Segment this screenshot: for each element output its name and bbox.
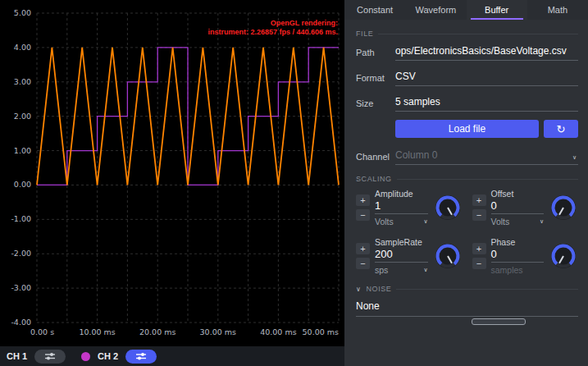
offset-increment-button[interactable]: +: [472, 194, 486, 206]
chevron-down-icon: ∨: [423, 267, 427, 273]
scope-display: 5.004.003.002.001.000.00-1.00-2.00-3.00-…: [0, 0, 344, 346]
partial-hidden-control: [472, 318, 526, 325]
path-label: Path: [356, 48, 395, 61]
svg-text:2.00: 2.00: [14, 112, 31, 121]
svg-text:20.00 ms: 20.00 ms: [139, 327, 175, 336]
file-section: FILE Path ops/ElectronicsBasics/BaseVolt…: [344, 30, 588, 165]
offset-control: + − Offset 0 Volts ∨: [472, 189, 579, 226]
svg-text:50.00 ms: 50.00 ms: [303, 327, 339, 336]
sliders-icon: [43, 351, 57, 361]
source-tabs: Constant Waveform Buffer Math: [344, 0, 588, 20]
scope-plot: 5.004.003.002.001.000.00-1.00-2.00-3.00-…: [0, 0, 344, 346]
svg-text:5.00: 5.00: [14, 8, 31, 17]
path-row: Path ops/ElectronicsBasics/BaseVoltage.c…: [356, 43, 578, 61]
chevron-down-icon: ∨: [572, 154, 578, 161]
amplitude-stepper: + −: [356, 194, 370, 221]
phase-unit: samples: [491, 265, 545, 275]
load-file-button[interactable]: Load file: [395, 120, 539, 138]
channel-label: Channel: [356, 152, 395, 165]
ch1-settings-toggle[interactable]: [34, 350, 66, 364]
svg-text:-2.00: -2.00: [11, 249, 31, 258]
samplerate-unit-select[interactable]: sps ∨: [375, 265, 428, 275]
svg-text:30.00 ms: 30.00 ms: [200, 327, 236, 336]
channel-select[interactable]: Column 0 ∨: [395, 148, 578, 165]
scaling-section-header: SCALING: [356, 175, 578, 183]
size-input[interactable]: 5 samples: [395, 94, 578, 112]
tab-waveform[interactable]: Waveform: [405, 0, 466, 20]
phase-knob[interactable]: [549, 241, 578, 271]
svg-text:-3.00: -3.00: [11, 283, 31, 292]
samplerate-value-input[interactable]: 200: [375, 248, 428, 263]
svg-text:40.00 ms: 40.00 ms: [260, 327, 296, 336]
file-buttons: Load file ↻: [395, 120, 578, 138]
samplerate-stepper: + −: [356, 243, 370, 269]
ch2-color-swatch[interactable]: [81, 352, 90, 361]
amplitude-knob[interactable]: [433, 193, 463, 222]
svg-text:-4.00: -4.00: [11, 318, 31, 327]
svg-text:0.00: 0.00: [14, 180, 31, 189]
format-row: Format CSV: [356, 69, 578, 86]
offset-decrement-button[interactable]: −: [472, 209, 486, 221]
tab-math[interactable]: Math: [527, 0, 588, 20]
render-stats-line1: OpenGL rendering:: [207, 19, 338, 28]
offset-unit-select[interactable]: Volts ∨: [491, 217, 545, 226]
sliders-icon: [134, 351, 148, 361]
amplitude-label: Amplitude: [375, 189, 428, 199]
size-label: Size: [356, 98, 395, 112]
render-stats-line2: instrument: 2.26857 fps / 440.606 ms.: [207, 28, 338, 37]
svg-text:1.00: 1.00: [14, 146, 31, 155]
amplitude-control: + − Amplitude 1 Volts ∨: [356, 189, 463, 226]
scaling-section: SCALING + − Amplitude 1 Volts ∨: [344, 175, 588, 275]
phase-label: Phase: [491, 237, 545, 247]
samplerate-decrement-button[interactable]: −: [356, 258, 370, 269]
phase-decrement-button[interactable]: −: [472, 258, 486, 269]
file-section-header: FILE: [356, 30, 578, 38]
signal-source-panel: Constant Waveform Buffer Math FILE Path …: [344, 0, 588, 366]
offset-value-input[interactable]: 0: [491, 199, 545, 214]
amplitude-value-input[interactable]: 1: [375, 199, 428, 214]
amplitude-unit-select[interactable]: Volts ∨: [375, 217, 428, 226]
channel-row: Channel Column 0 ∨: [356, 148, 578, 165]
app: 5.004.003.002.001.000.00-1.00-2.00-3.00-…: [0, 0, 588, 366]
samplerate-increment-button[interactable]: +: [356, 243, 370, 254]
scaling-grid: + − Amplitude 1 Volts ∨: [356, 189, 578, 275]
amplitude-decrement-button[interactable]: −: [356, 209, 370, 221]
tab-constant[interactable]: Constant: [344, 0, 405, 20]
samplerate-knob[interactable]: [433, 241, 463, 271]
offset-label: Offset: [491, 189, 545, 199]
render-stats: OpenGL rendering: instrument: 2.26857 fp…: [207, 19, 338, 37]
phase-value-input[interactable]: 0: [491, 248, 545, 263]
refresh-button[interactable]: ↻: [544, 120, 578, 138]
samplerate-control: + − SampleRate 200 sps ∨: [356, 237, 463, 275]
offset-stepper: + −: [472, 194, 486, 221]
noise-section: ∨ NOISE None: [344, 285, 588, 317]
refresh-icon: ↻: [557, 123, 566, 135]
size-row: Size 5 samples: [356, 94, 578, 112]
phase-stepper: + −: [472, 243, 486, 269]
offset-knob[interactable]: [549, 193, 578, 222]
svg-text:3.00: 3.00: [14, 77, 31, 86]
svg-text:-1.00: -1.00: [11, 214, 31, 223]
channel-bar: CH 1 CH 2: [0, 346, 344, 366]
path-input[interactable]: ops/ElectronicsBasics/BaseVoltage.csv: [395, 43, 578, 61]
noise-section-header[interactable]: ∨ NOISE: [356, 285, 578, 293]
ch2-settings-toggle[interactable]: [125, 350, 157, 364]
samplerate-label: SampleRate: [375, 237, 428, 247]
phase-increment-button[interactable]: +: [472, 243, 486, 254]
ch1-label: CH 1: [7, 351, 27, 361]
format-label: Format: [356, 73, 395, 86]
chevron-down-icon: ∨: [356, 286, 361, 293]
svg-text:0.00 s: 0.00 s: [30, 327, 54, 336]
amplitude-increment-button[interactable]: +: [356, 194, 370, 206]
ch2-label: CH 2: [98, 351, 118, 361]
svg-text:4.00: 4.00: [14, 43, 31, 52]
chevron-down-icon: ∨: [423, 218, 427, 225]
tab-buffer[interactable]: Buffer: [467, 0, 527, 20]
format-input[interactable]: CSV: [395, 69, 578, 86]
svg-text:10.00 ms: 10.00 ms: [79, 327, 115, 336]
phase-control: + − Phase 0 samples: [472, 237, 579, 275]
noise-type-select[interactable]: None: [356, 299, 578, 317]
chevron-down-icon: ∨: [540, 218, 544, 225]
